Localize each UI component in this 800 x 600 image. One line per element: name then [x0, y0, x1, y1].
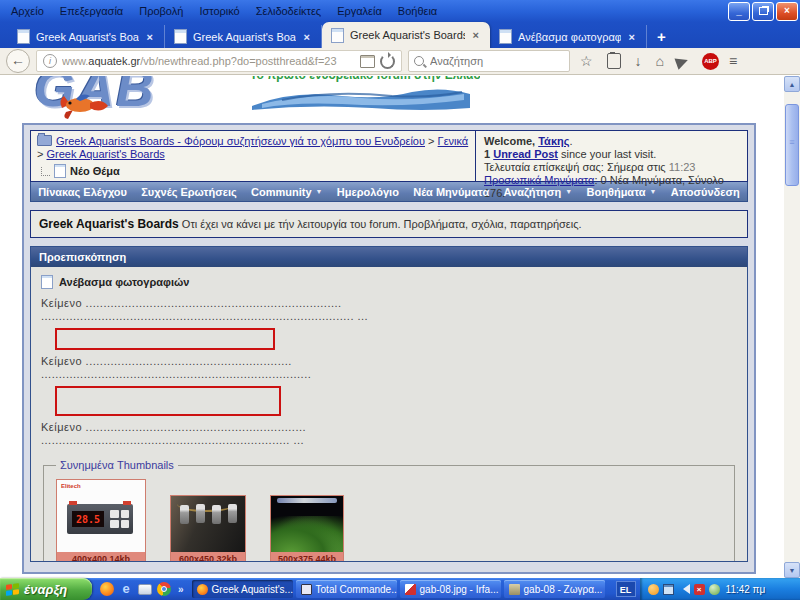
menu-help[interactable]: Βοήθεια [391, 2, 444, 20]
forum-page-wrapper: Greek Aquarist's Boards - Φόρουμ συζητήσ… [22, 123, 756, 574]
current-page-title: Νέο Θέμα [70, 165, 120, 178]
window-titlebar: Αρχείο Επεξεργασία Προβολή Ιστορικό Σελι… [0, 0, 800, 22]
reload-icon[interactable] [380, 54, 395, 69]
tab-close-icon[interactable]: × [302, 31, 312, 43]
post-text-line: Κείμενο ................................… [41, 355, 737, 368]
menu-edit[interactable]: Επεξεργασία [53, 2, 130, 20]
page-favicon-icon [499, 29, 512, 44]
address-bar[interactable]: i www.aquatek.gr/vb/newthread.php?do=pos… [36, 50, 402, 72]
thumbnail-image-aquarium [271, 496, 343, 552]
menu-view[interactable]: Προβολή [132, 2, 190, 20]
nav-search[interactable]: Αναζήτηση▼ [500, 186, 577, 198]
page-favicon-icon [331, 28, 344, 43]
language-indicator[interactable]: EL [616, 581, 636, 597]
breadcrumb-root-link[interactable]: Greek Aquarist's Boards - Φόρουμ συζητήσ… [56, 135, 425, 147]
chrome-icon[interactable] [157, 582, 171, 596]
nav-calendar[interactable]: Ημερολόγιο [333, 186, 403, 198]
restore-button[interactable] [752, 2, 774, 21]
breadcrumb-forum-link[interactable]: Greek Aquarist's Boards [47, 148, 165, 160]
scroll-up-button[interactable]: ▲ [784, 76, 800, 92]
quick-launch-bar: e » [92, 582, 192, 596]
bottle-graphic [228, 504, 237, 523]
preview-header: Προεπισκόπηση [31, 247, 747, 267]
reader-mode-icon[interactable] [360, 55, 375, 68]
minimize-button[interactable]: _ [728, 2, 750, 21]
post-text-line: Κείμενο ................................… [41, 297, 737, 310]
nav-quick-links[interactable]: Βοηθήματα▼ [583, 186, 661, 198]
forum-description-bar: Greek Aquarist's Boards Οτι έχει να κάνε… [30, 210, 748, 238]
brand-text: Elitech [61, 483, 81, 489]
attachment-thumbnail-1[interactable]: Elitech 28.5 400x400 14kb [56, 479, 146, 561]
back-button[interactable]: ← [6, 49, 30, 73]
tab-2[interactable]: Greek Aquarist's Boards - Φό... × [165, 25, 322, 48]
taskbar-button-label: gab-08 - Ζωγρα... [524, 584, 603, 595]
start-button[interactable]: έναρξη [0, 578, 92, 600]
quick-launch-overflow-icon[interactable]: » [178, 584, 184, 595]
tray-antivirus-icon[interactable] [709, 584, 720, 595]
menu-file[interactable]: Αρχείο [4, 2, 51, 20]
tab-3-active[interactable]: Greek Aquarist's Boards - Φό... × [322, 22, 490, 48]
username-link[interactable]: Τάκης [538, 135, 569, 147]
close-button[interactable]: × [776, 2, 798, 21]
new-thread-icon [54, 164, 66, 178]
downloads-icon[interactable]: ↓ [631, 53, 646, 69]
tab-4[interactable]: Ανέβασμα φωτογραφιών - Gr... × [490, 25, 647, 48]
firefox-icon[interactable] [100, 582, 114, 596]
taskbar-button-irfanview[interactable]: gab-08.jpg - Irfa... [400, 580, 501, 598]
menu-bookmarks[interactable]: Σελιδοδείκτες [249, 2, 328, 20]
post-text-line: ........................................… [41, 368, 737, 381]
bookmark-star-icon[interactable]: ☆ [576, 53, 597, 69]
internet-explorer-icon[interactable]: e [119, 582, 133, 596]
breadcrumb-category-link[interactable]: Γενικά [438, 135, 469, 147]
thumbnail-size-label: 400x400 14kb [57, 552, 145, 561]
broken-image-placeholder [55, 328, 275, 350]
taskbar-button-label: Greek Aquarist's... [212, 584, 293, 595]
taskbar-button-firefox[interactable]: Greek Aquarist's... [192, 580, 293, 598]
nav-logout[interactable]: Αποσύνδεση [667, 186, 744, 198]
taskbar-button-total-commander[interactable]: Total Commande... [296, 580, 397, 598]
search-input[interactable] [428, 54, 542, 68]
tray-volume-icon[interactable] [678, 584, 690, 594]
mail-icon[interactable] [138, 584, 152, 595]
restore-icon [759, 7, 768, 15]
hamburger-menu-icon[interactable]: ≡ [725, 53, 741, 69]
tray-network-icon[interactable] [663, 584, 674, 595]
new-tab-button[interactable]: + [647, 28, 676, 48]
scroll-down-button[interactable]: ▼ [784, 562, 800, 578]
menu-history[interactable]: Ιστορικό [192, 2, 246, 20]
attachment-thumbnail-2[interactable]: 600x450 32kb [170, 495, 246, 561]
vertical-scrollbar[interactable]: ▲ ▼ [784, 76, 800, 578]
nav-control-panel[interactable]: Πίνακας Ελέγχου [34, 186, 131, 198]
send-tab-icon[interactable] [675, 52, 696, 69]
page-favicon-icon [174, 29, 187, 44]
home-icon[interactable]: ⌂ [652, 53, 668, 69]
taskbar-clock[interactable]: 11:42 πμ [726, 584, 766, 595]
tagline-clip: Το πρώτο ενυδρειακό forum στην Ελλάδα [250, 76, 480, 83]
adblock-icon[interactable]: ABP [702, 53, 719, 70]
tab-close-icon[interactable]: × [145, 31, 155, 43]
unread-post-link[interactable]: Unread Post [493, 148, 558, 160]
private-messages-link[interactable]: Προσωπικά Μηνύματα [484, 174, 594, 186]
search-box[interactable] [408, 50, 570, 72]
attachment-thumbnail-3[interactable]: 500x375 44kb [270, 495, 344, 561]
tab-close-icon[interactable]: × [627, 31, 637, 43]
pocket-clipboard-icon[interactable] [607, 53, 621, 69]
taskbar-button-paint[interactable]: gab-08 - Ζωγρα... [504, 580, 605, 598]
current-page-row: Νέο Θέμα [37, 164, 469, 178]
tab-close-icon[interactable]: × [471, 29, 481, 41]
tray-update-icon[interactable] [648, 584, 659, 595]
dropdown-arrow-icon: ▼ [316, 188, 323, 195]
nav-community[interactable]: Community▼ [247, 186, 326, 198]
menu-tools[interactable]: Εργαλεία [330, 2, 389, 20]
start-label: έναρξη [24, 582, 67, 597]
attachments-fieldset: Συνημμένα Thumbnails Elitech 28.5 [43, 459, 735, 561]
nav-faq[interactable]: Συχνές Ερωτήσεις [137, 186, 240, 198]
site-info-icon[interactable]: i [43, 54, 57, 68]
scrollbar-thumb[interactable] [785, 104, 799, 186]
tab-1[interactable]: Greek Aquarist's Boards - Φό... × [8, 25, 165, 48]
folder-icon [37, 135, 52, 146]
breadcrumb-band: Greek Aquarist's Boards - Φόρουμ συζητήσ… [30, 130, 748, 182]
nav-new-messages[interactable]: Νέα Μηνύματα [409, 186, 493, 198]
tray-error-icon[interactable]: × [694, 584, 705, 595]
broken-image-placeholder [55, 386, 281, 416]
